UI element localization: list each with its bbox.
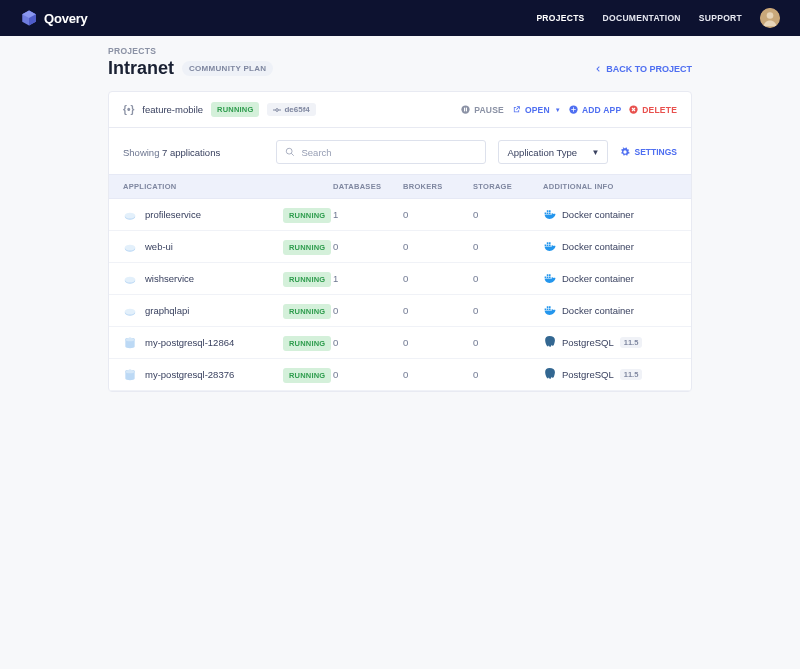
svg-rect-7: [466, 108, 467, 112]
navbar-right: PROJECTS DOCUMENTATION SUPPORT: [536, 8, 780, 28]
back-to-project[interactable]: BACK TO PROJECT: [594, 64, 692, 74]
search-field[interactable]: [276, 140, 486, 164]
col-storage: STORAGE: [473, 182, 543, 191]
breadcrumb[interactable]: PROJECTS: [108, 46, 692, 56]
database-icon: [123, 368, 137, 382]
card-header: {•} feature-mobile RUNNING de65f4 PAUSE …: [109, 92, 691, 128]
nav-documentation[interactable]: DOCUMENTATION: [603, 13, 681, 23]
add-app-label: ADD APP: [582, 105, 621, 115]
nav-support[interactable]: SUPPORT: [699, 13, 742, 23]
title-left: Intranet COMMUNITY PLAN: [108, 58, 273, 79]
app-cell: profileservice: [123, 208, 283, 222]
avatar[interactable]: [760, 8, 780, 28]
docker-icon: [543, 239, 556, 254]
docker-icon: [543, 207, 556, 222]
cloud-icon: [123, 208, 137, 222]
table-row[interactable]: my-postgresql-28376RUNNING000PostgreSQL1…: [109, 359, 691, 391]
open-icon: [512, 105, 521, 114]
app-name: profileservice: [145, 209, 201, 220]
branch-icon: {•}: [123, 104, 134, 115]
table-row[interactable]: graphqlapiRUNNING000Docker container: [109, 295, 691, 327]
settings-label: SETTINGS: [634, 147, 677, 157]
page-title: Intranet: [108, 58, 174, 79]
app-status: RUNNING: [283, 241, 333, 252]
table-row[interactable]: my-postgresql-12864RUNNING000PostgreSQL1…: [109, 327, 691, 359]
app-name: my-postgresql-12864: [145, 337, 234, 348]
open-label: OPEN: [525, 105, 550, 115]
app-cell: graphqlapi: [123, 304, 283, 318]
logo-icon: [20, 9, 38, 27]
databases-cell: 0: [333, 369, 403, 380]
type-select[interactable]: Application Type ▼: [498, 140, 608, 164]
app-cell: my-postgresql-28376: [123, 368, 283, 382]
table-row[interactable]: wishserviceRUNNING100Docker container: [109, 263, 691, 295]
col-databases: DATABASES: [333, 182, 403, 191]
info-cell: Docker container: [543, 207, 677, 222]
storage-cell: 0: [473, 209, 543, 220]
version-badge: 11.5: [620, 337, 643, 348]
app-name: wishservice: [145, 273, 194, 284]
svg-point-21: [125, 337, 134, 341]
databases-cell: 0: [333, 337, 403, 348]
logo-text: Qovery: [44, 11, 88, 26]
cloud-icon: [123, 272, 137, 286]
databases-cell: 1: [333, 209, 403, 220]
branch-name: feature-mobile: [142, 104, 203, 115]
storage-cell: 0: [473, 337, 543, 348]
svg-point-17: [125, 276, 136, 282]
table-row[interactable]: profileserviceRUNNING100Docker container: [109, 199, 691, 231]
brokers-cell: 0: [403, 337, 473, 348]
docker-icon: [543, 271, 556, 286]
delete-button[interactable]: DELETE: [629, 105, 677, 115]
search-icon: [285, 147, 295, 157]
delete-label: DELETE: [642, 105, 677, 115]
add-app-button[interactable]: ADD APP: [569, 105, 621, 115]
showing-prefix: Showing: [123, 147, 162, 158]
info-cell: PostgreSQL11.5: [543, 367, 677, 382]
showing-count: 7 applications: [162, 147, 220, 158]
cloud-icon: [123, 304, 137, 318]
table-row[interactable]: web-uiRUNNING000Docker container: [109, 231, 691, 263]
chevron-left-icon: [594, 65, 602, 73]
info-cell: Docker container: [543, 239, 677, 254]
pause-label: PAUSE: [474, 105, 504, 115]
plan-badge: COMMUNITY PLAN: [182, 61, 273, 76]
app-cell: wishservice: [123, 272, 283, 286]
info-cell: Docker container: [543, 303, 677, 318]
app-status: RUNNING: [283, 273, 333, 284]
navbar-brand[interactable]: Qovery: [20, 9, 88, 27]
table-head: APPLICATION DATABASES BROKERS STORAGE AD…: [109, 174, 691, 199]
info-text: Docker container: [562, 241, 634, 252]
info-cell: Docker container: [543, 271, 677, 286]
type-select-label: Application Type: [507, 147, 577, 158]
pause-icon: [461, 105, 470, 114]
svg-line-11: [292, 153, 295, 156]
svg-point-23: [125, 369, 134, 373]
app-cell: my-postgresql-12864: [123, 336, 283, 350]
postgres-icon: [543, 367, 556, 382]
info-text: Docker container: [562, 305, 634, 316]
storage-cell: 0: [473, 273, 543, 284]
svg-point-5: [462, 105, 470, 113]
brokers-cell: 0: [403, 305, 473, 316]
app-status: RUNNING: [283, 305, 333, 316]
search-input[interactable]: [301, 147, 477, 158]
database-icon: [123, 336, 137, 350]
open-button[interactable]: OPEN ▼: [512, 105, 561, 115]
brokers-cell: 0: [403, 273, 473, 284]
app-status: RUNNING: [283, 369, 333, 380]
databases-cell: 0: [333, 241, 403, 252]
storage-cell: 0: [473, 241, 543, 252]
nav-projects[interactable]: PROJECTS: [536, 13, 584, 23]
environment-card: {•} feature-mobile RUNNING de65f4 PAUSE …: [108, 91, 692, 392]
pause-button[interactable]: PAUSE: [461, 105, 504, 115]
chevron-down-icon: ▼: [592, 148, 600, 157]
commit-pill: de65f4: [267, 103, 315, 116]
info-text: Docker container: [562, 273, 634, 284]
app-status: RUNNING: [283, 209, 333, 220]
toolbar: Showing 7 applications Application Type …: [109, 128, 691, 174]
brokers-cell: 0: [403, 241, 473, 252]
app-name: graphqlapi: [145, 305, 189, 316]
settings-button[interactable]: SETTINGS: [620, 147, 677, 157]
page: PROJECTS Intranet COMMUNITY PLAN BACK TO…: [0, 36, 800, 392]
